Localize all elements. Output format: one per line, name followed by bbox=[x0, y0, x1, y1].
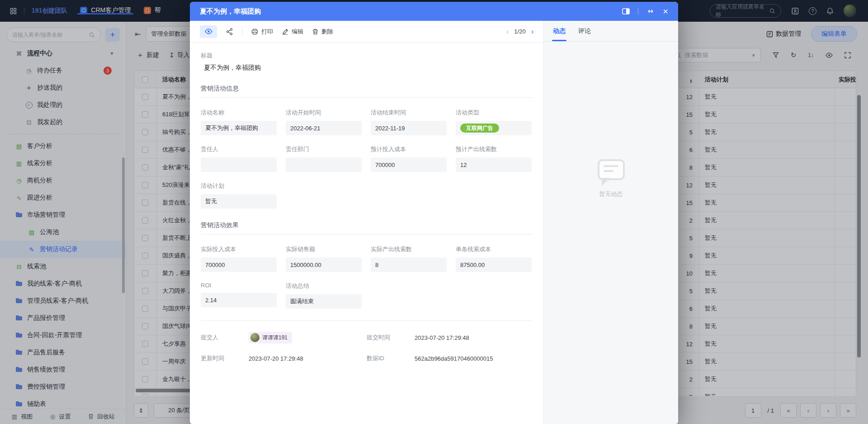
field-label: 责任部门 bbox=[286, 145, 362, 153]
activity-panel: 动态 评论 暂无动态 bbox=[543, 21, 678, 424]
record-pager-label: 1/20 bbox=[514, 28, 525, 35]
submit-time-value: 2023-07-20 17:29:48 bbox=[415, 334, 469, 341]
info-fields-row-1: 活动名称 夏不为例，幸福团购 活动开始时间 2022-06-21 活动结束时间 … bbox=[201, 109, 533, 135]
field-label: 责任人 bbox=[201, 145, 277, 153]
prev-record-button[interactable]: ‹ bbox=[506, 28, 509, 36]
info-fields-row-3: 活动计划 暂无 bbox=[201, 182, 533, 209]
form-field: 活动计划 暂无 bbox=[201, 182, 277, 209]
effect-fields-row-1: 实际投入成本 700000 实际销售额 1500000.00 实际产出线索数 8 bbox=[201, 245, 533, 272]
field-value: 8 bbox=[371, 257, 447, 272]
section-title-info: 营销活动信息 bbox=[201, 85, 533, 93]
activity-empty-text: 暂无动态 bbox=[599, 190, 623, 198]
field-value: 2022-06-21 bbox=[286, 121, 362, 135]
field-value bbox=[286, 157, 362, 172]
field-label: 活动结束时间 bbox=[371, 109, 447, 117]
section-title-effect: 营销活动效果 bbox=[201, 221, 533, 229]
form-field: 单条线索成本 87500.00 bbox=[456, 245, 532, 272]
field-value: 700000 bbox=[371, 157, 447, 172]
field-value: 暂无 bbox=[201, 194, 277, 209]
record-form-panel: 打印 编辑 删除 ‹ 1/20 › 标题 夏不为例，幸福团购 bbox=[190, 21, 543, 424]
form-field: 实际销售额 1500000.00 bbox=[286, 245, 362, 272]
print-label: 打印 bbox=[261, 28, 273, 36]
field-value: 互联网广告 bbox=[456, 121, 532, 135]
form-field: 预计投入成本 700000 bbox=[371, 145, 447, 172]
update-time-value: 2023-07-20 17:29:48 bbox=[249, 355, 303, 362]
field-label: 活动计划 bbox=[201, 182, 277, 190]
field-value: 圆满结束 bbox=[286, 294, 362, 309]
field-value: 夏不为例，幸福团购 bbox=[201, 121, 277, 135]
field-label: 活动名称 bbox=[201, 109, 277, 117]
section-divider bbox=[201, 97, 533, 98]
field-label: 活动总结 bbox=[286, 282, 362, 290]
field-label: 实际销售额 bbox=[286, 245, 362, 253]
delete-label: 删除 bbox=[321, 28, 333, 36]
form-field: 责任人 bbox=[201, 145, 277, 172]
title-field-label: 标题 bbox=[201, 52, 533, 60]
pen-icon bbox=[282, 29, 288, 35]
form-field: ROI 2.14 bbox=[201, 282, 277, 309]
title-field-value: 夏不为例，幸福团购 bbox=[201, 64, 533, 72]
field-value: 2022-11-19 bbox=[371, 121, 447, 135]
submitter-label: 提交人 bbox=[201, 333, 249, 342]
meta-divider bbox=[201, 320, 533, 321]
modal-title: 夏不为例，幸福团购 bbox=[200, 7, 261, 16]
chat-bubble-icon bbox=[598, 159, 625, 180]
record-form-scroll[interactable]: 标题 夏不为例，幸福团购 营销活动信息 活动名称 夏不为例，幸福团购 活动开始时… bbox=[190, 43, 543, 424]
data-id-label: 数据ID bbox=[367, 354, 415, 362]
form-field: 活动类型 互联网广告 bbox=[456, 109, 532, 135]
field-label: 预计投入成本 bbox=[371, 145, 447, 153]
share-icon[interactable] bbox=[226, 28, 233, 35]
field-label: 活动开始时间 bbox=[286, 109, 362, 117]
form-field: 活动开始时间 2022-06-21 bbox=[286, 109, 362, 135]
print-button[interactable]: 打印 bbox=[251, 28, 273, 36]
form-field: 预计产出线索数 12 bbox=[456, 145, 532, 172]
submitter-avatar bbox=[250, 333, 259, 342]
next-record-button[interactable]: › bbox=[531, 28, 533, 36]
trash-icon bbox=[312, 29, 318, 35]
field-label: 活动类型 bbox=[456, 109, 532, 117]
section-divider bbox=[201, 234, 533, 234]
field-value: 87500.00 bbox=[456, 257, 532, 272]
form-field: 活动名称 夏不为例，幸福团购 bbox=[201, 109, 277, 135]
field-value: 12 bbox=[456, 157, 532, 172]
field-value: 1500000.00 bbox=[286, 257, 362, 272]
preview-eye-button[interactable] bbox=[200, 25, 217, 38]
form-field: 活动总结 圆满结束 bbox=[286, 282, 362, 309]
toolbar-divider bbox=[242, 28, 242, 35]
info-fields-row-2: 责任人 责任部门 预计投入成本 700000 bbox=[201, 145, 533, 172]
form-field: 实际产出线索数 8 bbox=[371, 245, 447, 272]
field-label: ROI bbox=[201, 282, 277, 289]
field-label: 单条线索成本 bbox=[456, 245, 532, 253]
record-detail-modal: 夏不为例，幸福团购 × 打印 bbox=[190, 2, 678, 424]
submitter-chip[interactable]: 谭谭谭191 bbox=[249, 332, 292, 343]
form-field: 实际投入成本 700000 bbox=[201, 245, 277, 272]
field-value bbox=[201, 157, 277, 172]
field-value: 700000 bbox=[201, 257, 277, 272]
field-label: 实际投入成本 bbox=[201, 245, 277, 253]
field-label: 预计产出线索数 bbox=[456, 145, 532, 153]
field-label: 实际产出线索数 bbox=[371, 245, 447, 253]
data-id-value: 562a2b96da59170460000015 bbox=[415, 355, 493, 362]
printer-icon bbox=[251, 29, 258, 35]
submitter-name: 谭谭谭191 bbox=[262, 334, 288, 342]
form-field: 责任部门 bbox=[286, 145, 362, 172]
modal-toolbar: 打印 编辑 删除 ‹ 1/20 › bbox=[190, 21, 543, 43]
activity-empty-state: 暂无动态 bbox=[544, 2, 678, 370]
form-field: 活动结束时间 2022-11-19 bbox=[371, 109, 447, 135]
update-time-label: 更新时间 bbox=[201, 354, 249, 362]
submit-time-label: 提交时间 bbox=[367, 333, 415, 342]
delete-button[interactable]: 删除 bbox=[312, 28, 333, 36]
edit-label: 编辑 bbox=[292, 28, 303, 36]
field-value: 2.14 bbox=[201, 293, 277, 307]
effect-fields-row-2: ROI 2.14 活动总结 圆满结束 bbox=[201, 282, 533, 309]
edit-button[interactable]: 编辑 bbox=[282, 28, 303, 36]
